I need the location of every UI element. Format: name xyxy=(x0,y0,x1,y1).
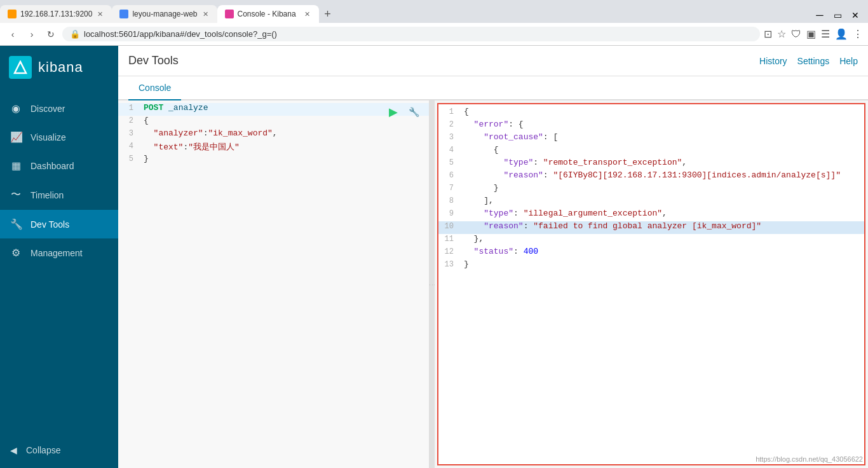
dashboard-icon: ▦ xyxy=(10,160,22,172)
resp-content-13: } xyxy=(461,259,864,269)
tab-favicon-1 xyxy=(8,10,17,18)
editor-line-5: 5 } xyxy=(118,154,429,167)
tab-title-2: leyou-manage-web xyxy=(132,10,197,18)
tab-title-1: 192.168.17.131:9200 xyxy=(20,10,92,18)
history-button[interactable]: History xyxy=(759,56,787,66)
resp-num-12: 12 xyxy=(438,247,461,256)
visualize-icon: 📈 xyxy=(10,131,22,143)
tab-close-1[interactable]: ✕ xyxy=(96,9,104,20)
resp-content-1: { xyxy=(461,107,864,116)
code-editor[interactable]: 1 POST _analyze 2 { 3 "analyzer":"ik_max… xyxy=(118,100,429,468)
bookmark-icon[interactable]: ☰ xyxy=(821,28,830,40)
response-line-6: 6 "reason": "[6IYBy8C][192.168.17.131:93… xyxy=(438,170,864,183)
browser-chrome: 192.168.17.131:9200 ✕ leyou-manage-web ✕… xyxy=(0,0,868,46)
resp-num-1: 1 xyxy=(438,107,461,116)
browser-tab-2[interactable]: leyou-manage-web ✕ xyxy=(112,5,217,23)
window-close[interactable]: ✕ xyxy=(848,8,863,23)
new-tab-button[interactable]: + xyxy=(319,5,337,23)
sidebar: kibana ◉ Discover 📈 Visualize ▦ Dashboar… xyxy=(0,46,118,468)
response-line-8: 8 ], xyxy=(438,196,864,209)
menu-icon[interactable]: ⋮ xyxy=(853,28,863,40)
response-line-3: 3 "root_cause": [ xyxy=(438,132,864,145)
collapse-icon: ◀ xyxy=(10,445,17,455)
response-line-13: 13 } xyxy=(438,259,864,272)
lock-icon: 🔒 xyxy=(70,29,80,39)
cast-icon[interactable]: ⊡ xyxy=(764,28,772,40)
sidebar-label-dashboard: Dashboard xyxy=(31,161,74,171)
logo-icon xyxy=(9,56,32,79)
sidebar-item-management[interactable]: ⚙ Management xyxy=(0,238,118,267)
tabs-bar: Console xyxy=(118,76,868,100)
browser-tab-1[interactable]: 192.168.17.131:9200 ✕ xyxy=(0,5,112,23)
response-code[interactable]: 1 { 2 "error": { 3 "root_cause": [ xyxy=(438,104,864,464)
resp-content-5: "type": "remote_transport_exception", xyxy=(461,158,864,167)
editor-toolbar: ▶ 🔧 xyxy=(386,104,421,120)
resp-content-9: "type": "illegal_argument_exception", xyxy=(461,209,864,218)
watermark: https://blog.csdn.net/qq_43056622 xyxy=(756,455,863,463)
drag-handle[interactable]: ⋮ xyxy=(430,100,435,468)
tab-close-2[interactable]: ✕ xyxy=(201,9,210,20)
sidebar-nav: ◉ Discover 📈 Visualize ▦ Dashboard 〜 Tim… xyxy=(0,89,118,432)
response-line-12: 12 "status": 400 xyxy=(438,247,864,259)
response-line-5: 5 "type": "remote_transport_exception", xyxy=(438,158,864,170)
editor-line-2: 2 { xyxy=(118,116,429,128)
window-maximize[interactable]: ▭ xyxy=(830,8,845,23)
tab-console[interactable]: Console xyxy=(128,76,181,100)
line-num-5: 5 xyxy=(118,154,141,163)
refresh-button[interactable]: ↻ xyxy=(43,27,58,42)
sidebar-item-visualize[interactable]: 📈 Visualize xyxy=(0,123,118,151)
response-line-2: 2 "error": { xyxy=(438,120,864,132)
run-button[interactable]: ▶ xyxy=(386,104,401,120)
drag-dots-icon: ⋮ xyxy=(429,282,436,287)
resp-content-11: }, xyxy=(461,234,864,244)
editor-line-3: 3 "analyzer":"ik_max_word", xyxy=(118,128,429,141)
resp-content-4: { xyxy=(461,145,864,155)
line-num-1: 1 xyxy=(118,103,141,113)
resp-content-10: "reason": "failed to find global analyze… xyxy=(461,221,864,231)
line-num-3: 3 xyxy=(118,128,141,138)
resp-num-5: 5 xyxy=(438,158,461,167)
resp-num-4: 4 xyxy=(438,145,461,155)
address-box[interactable]: 🔒 localhost:5601/app/kibana#/dev_tools/c… xyxy=(62,27,760,41)
sidebar-item-dashboard[interactable]: ▦ Dashboard xyxy=(0,151,118,180)
resp-content-6: "reason": "[6IYBy8C][192.168.17.131:9300… xyxy=(461,170,864,180)
line-num-2: 2 xyxy=(118,116,141,125)
resp-content-3: "root_cause": [ xyxy=(461,132,864,142)
resp-content-2: "error": { xyxy=(461,120,864,129)
back-button[interactable]: ‹ xyxy=(5,27,20,42)
line-content-4: "text":"我是中国人" xyxy=(141,141,429,153)
browser-tab-3[interactable]: Console - Kibana ✕ xyxy=(217,5,319,23)
content-area: Dev Tools History Settings Help Console … xyxy=(118,46,868,468)
wrench-icon[interactable]: 🔧 xyxy=(406,104,421,120)
tab-bar: 192.168.17.131:9200 ✕ leyou-manage-web ✕… xyxy=(0,0,868,23)
kibana-logo-svg xyxy=(13,60,27,74)
shield-icon[interactable]: 🛡 xyxy=(791,29,801,40)
sidebar-item-discover[interactable]: ◉ Discover xyxy=(0,94,118,123)
forward-button[interactable]: › xyxy=(24,27,39,42)
devtools-header: Dev Tools History Settings Help xyxy=(118,46,868,76)
devtools-title: Dev Tools xyxy=(128,54,179,67)
tab-close-3[interactable]: ✕ xyxy=(303,9,311,20)
settings-button[interactable]: Settings xyxy=(797,56,830,66)
main-layout: kibana ◉ Discover 📈 Visualize ▦ Dashboar… xyxy=(0,46,868,468)
address-bar-row: ‹ › ↻ 🔒 localhost:5601/app/kibana#/dev_t… xyxy=(0,23,868,46)
tab-favicon-2 xyxy=(119,10,128,18)
resp-num-8: 8 xyxy=(438,196,461,205)
profile-icon[interactable]: 👤 xyxy=(835,28,848,40)
resp-num-2: 2 xyxy=(438,120,461,129)
browser-icons: ⊡ ☆ 🛡 ▣ ☰ 👤 ⋮ xyxy=(764,28,863,40)
extension-icon[interactable]: ▣ xyxy=(806,28,816,40)
collapse-button[interactable]: ◀ Collapse xyxy=(10,440,108,460)
sidebar-bottom: ◀ Collapse xyxy=(0,432,118,468)
resp-content-7: } xyxy=(461,183,864,193)
resp-num-13: 13 xyxy=(438,259,461,269)
window-minimize[interactable]: ─ xyxy=(812,8,827,23)
help-button[interactable]: Help xyxy=(839,56,858,66)
response-panel: 1 { 2 "error": { 3 "root_cause": [ xyxy=(437,103,865,465)
sidebar-item-devtools[interactable]: 🔧 Dev Tools xyxy=(0,210,118,238)
discover-icon: ◉ xyxy=(10,102,22,114)
star-icon[interactable]: ☆ xyxy=(777,28,786,40)
sidebar-item-timelion[interactable]: 〜 Timelion xyxy=(0,180,118,210)
sidebar-label-timelion: Timelion xyxy=(31,190,64,200)
resp-num-6: 6 xyxy=(438,170,461,180)
